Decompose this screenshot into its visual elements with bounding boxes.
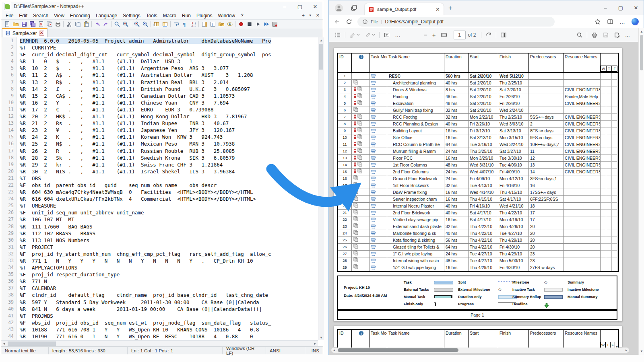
save-icon[interactable]: [600, 32, 611, 38]
task-row[interactable]: 11RCC Column & Plinth Be64 hrsTue 3/16/1…: [338, 141, 618, 148]
code-line[interactable]: %R 10 2 $ . , #1.1 (#1.1) Argentine Peso…: [20, 65, 318, 72]
scroll-up-icon[interactable]: ▲: [639, 29, 644, 34]
code-line[interactable]: %T CURRTYPE: [20, 44, 318, 51]
code-line[interactable]: %R 23 2 ¥ . , #1.1 (#1.1) Japanese Yen J…: [20, 127, 318, 134]
new-file-icon[interactable]: [3, 21, 11, 28]
code-line[interactable]: %F clndr_id default_flag clndr_name proj…: [20, 292, 318, 298]
menu-file[interactable]: File: [3, 12, 16, 19]
code-line[interactable]: %R 30 2 NIS . , #1.1 (#1.1) Israel Sheke…: [20, 168, 318, 175]
menu-macro[interactable]: Macro: [160, 12, 179, 19]
code-line[interactable]: %F proj_id fy_start_month_num chng_eff_c…: [20, 251, 318, 257]
task-row[interactable]: 271" G.I w/c pipe laying24 hrsTue 4/27/1…: [338, 251, 618, 257]
editor-text-area[interactable]: ERMHDR 6.0.0 2010-05-05 Project admin Ad…: [20, 37, 318, 340]
browser-tab-pdf[interactable]: sample_Output.pdf ✕: [365, 3, 444, 15]
pdf-vscroll-thumb[interactable]: [640, 35, 643, 70]
task-row[interactable]: 1RESC560 hrsSat 2/20/10Wed 5/12/10: [338, 73, 618, 80]
info-icon[interactable]: [362, 19, 368, 25]
macro-record-icon[interactable]: [237, 21, 245, 28]
task-row[interactable]: 152nd Floor Columns24 hrsWed 4/07/10Fri …: [338, 169, 618, 175]
profile-avatar[interactable]: [334, 4, 343, 12]
workspaces-icon[interactable]: [351, 4, 357, 11]
code-line[interactable]: %R 106 107 MT MT: [20, 216, 318, 223]
task-row[interactable]: 16Ground Floor Brickwork24 hrsFri 4/09/1…: [338, 175, 618, 182]
code-line[interactable]: %R 841 N 6 days a week 2011-01-19 00:00 …: [20, 306, 318, 313]
scroll-left-icon[interactable]: ◂: [331, 348, 337, 353]
paste-icon[interactable]: [82, 21, 90, 28]
pdf-hscroll-thumb[interactable]: [338, 348, 458, 352]
task-row[interactable]: 2Architechtural planning40 hrsSat 2/20/1…: [338, 80, 618, 86]
code-line[interactable]: %T OBS: [20, 175, 318, 182]
menu-run[interactable]: Run: [179, 12, 194, 19]
chevron-down-icon[interactable]: [357, 34, 360, 36]
save-icon[interactable]: [20, 21, 28, 28]
task-row[interactable]: 5Excavation48 hrsSat 2/20/10Fri 2/26/10C…: [338, 100, 618, 107]
task-row[interactable]: 3Doors & Windows8 hrsSat 2/20/10Sat 2/20…: [338, 86, 618, 93]
fit-to-width-icon[interactable]: [438, 32, 450, 38]
code-line[interactable]: %R 21 2 Rs . , #1.1 (#1.1) Indian Rupee …: [20, 120, 318, 127]
menu-search[interactable]: Search: [30, 12, 51, 19]
function-list-icon[interactable]: f: [208, 21, 217, 28]
task-row[interactable]: 18D&W Frame fixing16 hrsWed 4/14/10Thu 4…: [338, 189, 618, 196]
code-line[interactable]: %R 13 2 R$ . , #1.1 (#1.1) Brazilian Rea…: [20, 79, 318, 86]
zoom-in-icon[interactable]: [132, 21, 141, 28]
page-number-input[interactable]: 1: [454, 31, 466, 39]
code-line[interactable]: %F proj_id respect_duration_type: [20, 271, 318, 278]
close-button[interactable]: ✕: [628, 0, 644, 15]
code-line[interactable]: %R 771 N: [20, 278, 318, 285]
print-icon[interactable]: [589, 32, 600, 38]
menu-settings[interactable]: Settings: [120, 12, 143, 19]
code-line[interactable]: %R 604 630 mAca4q7Cfky4Neat3WMsqB 0 Faci…: [20, 189, 318, 195]
scroll-right-icon[interactable]: ▸: [623, 348, 629, 353]
zoom-in-icon[interactable]: +: [430, 31, 438, 38]
rotate-icon[interactable]: [483, 32, 494, 38]
copy-icon[interactable]: [73, 21, 82, 28]
task-row[interactable]: 19Sewer Inspection cham16 hrsThu 4/15/10…: [338, 196, 618, 203]
code-line[interactable]: %R 14 2 £ . , #1.1 (#1.1) British Pound …: [20, 86, 318, 93]
search-icon[interactable]: [574, 32, 585, 38]
code-line[interactable]: %T PROJWBS: [20, 313, 318, 319]
macro-run-multiple-icon[interactable]: [262, 21, 270, 28]
new-tab-button[interactable]: +: [448, 4, 452, 12]
annotation-more-icon[interactable]: …: [392, 32, 403, 38]
zoom-out-icon[interactable]: −: [421, 31, 430, 38]
code-line[interactable]: %T APPLYACTOPTIONS: [20, 264, 318, 271]
maximize-button[interactable]: ▢: [292, 1, 308, 12]
draw-tool-icon[interactable]: [362, 32, 378, 38]
code-line[interactable]: %R 17 2 € . , #1.1 (#1.1) EURO EUR 3 0.7…: [20, 106, 318, 113]
task-row[interactable]: 20Internal Neeru Plaster40 hrsFri 4/16/1…: [338, 203, 618, 210]
menu-view[interactable]: View: [51, 12, 67, 19]
refresh-icon[interactable]: [346, 19, 352, 25]
document-monitor-icon[interactable]: [225, 21, 234, 28]
menu-edit[interactable]: Edit: [16, 12, 30, 19]
menu-window[interactable]: Window: [215, 12, 238, 19]
task-row[interactable]: 212nd Floor Brickwork40 hrsSat 4/17/10Th…: [338, 210, 618, 216]
find-icon[interactable]: [113, 21, 121, 28]
tab-close-icon[interactable]: ✕: [39, 31, 44, 36]
redo-icon[interactable]: [101, 21, 110, 28]
sync-vertical-icon[interactable]: [152, 21, 161, 28]
task-row[interactable]: 13Floor PCC16 hrsMon 3/29/10Tue 3/30/101…: [338, 155, 618, 162]
notepad-titlebar[interactable]: D:\Files\Sample.xer - Notepad++ – ▢ ✕: [1, 1, 323, 12]
open-file-icon[interactable]: [11, 21, 20, 28]
pdf-viewer-canvas[interactable]: IDTask ModeTask NameDurationStartFinishP…: [329, 42, 639, 355]
undo-icon[interactable]: [93, 21, 101, 28]
favorites-star-icon[interactable]: [594, 19, 601, 25]
task-row[interactable]: 9Building Layout16 hrsFri 3/12/10Sat 3/1…: [338, 128, 618, 134]
url-bar[interactable]: File | D:/Files/sample_Output.pdf: [357, 17, 555, 27]
code-line[interactable]: %R 112 102 BRASS BRASS: [20, 230, 318, 237]
task-row[interactable]: 23External sand dash plaste32 hrsThu 4/2…: [338, 223, 618, 230]
code-line[interactable]: %R 113 101 NOS Numbers: [20, 237, 318, 244]
code-line[interactable]: %R 16 2 Y . , #1.1 (#1.1) Chinese Yuan C…: [20, 99, 318, 106]
tab-close-icon[interactable]: ✕: [436, 6, 440, 12]
task-row[interactable]: 8RCC Planning & Design40 hrsFri 2/26/10W…: [338, 121, 618, 128]
scroll-right-icon[interactable]: ►: [312, 341, 318, 346]
menu-encoding[interactable]: Encoding: [67, 12, 93, 19]
code-line[interactable]: %F curr_id decimal_digit_cnt curr_symbol…: [20, 51, 318, 58]
code-line[interactable]: %R 26 2 R . , #1.1 (#1.1) Russian Rouble…: [20, 148, 318, 154]
menu-language[interactable]: Language: [93, 12, 120, 19]
code-line[interactable]: %R 20 2 HK$ . , #1.1 (#1.1) Hong Kong Do…: [20, 113, 318, 120]
scroll-up-icon[interactable]: ▲: [318, 37, 324, 43]
chevron-down-icon[interactable]: [372, 34, 375, 36]
code-line[interactable]: %R 24 2 K . , #1.1 (#1.1) Korean Won KRW…: [20, 134, 318, 140]
code-line[interactable]: %R 771 1 N Y Y Y N N N Y N N N Y . CP_Dr…: [20, 257, 318, 264]
